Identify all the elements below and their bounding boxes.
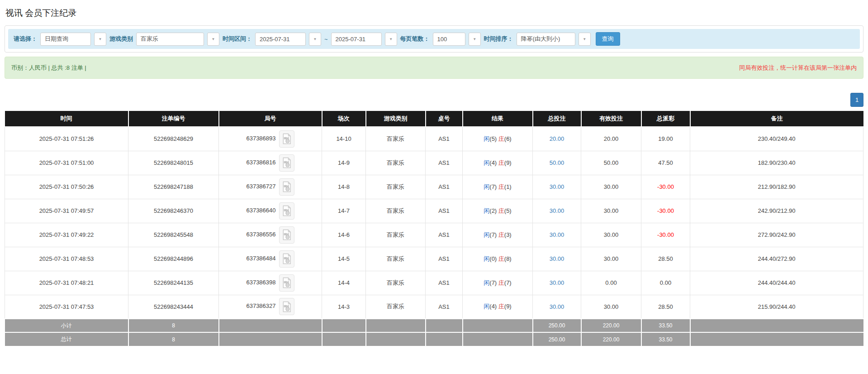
result-banker-label: 庄 — [498, 231, 504, 238]
total-bet-link[interactable]: 30.00 — [550, 255, 564, 262]
result-player-label: 闲 — [484, 183, 489, 190]
round-no-cell: 637386398 — [219, 271, 322, 295]
result-player-label: 闲 — [484, 207, 489, 214]
game-type-cell: 百家乐 — [366, 295, 426, 319]
round-no-value: 637386398 — [246, 279, 275, 286]
total-bet-cell: 30.00 — [533, 271, 581, 295]
time-range-label: 时间区间： — [223, 35, 252, 43]
total-bet-link[interactable]: 20.00 — [550, 135, 564, 142]
result-banker-score: (6) — [504, 135, 512, 142]
subtotal-valid-bet: 220.00 — [581, 319, 641, 332]
video-replay-button[interactable] — [279, 274, 294, 292]
time-cell: 2025-07-31 07:49:22 — [5, 223, 128, 247]
query-type-caret-button[interactable]: ▼ — [94, 33, 106, 46]
video-replay-button[interactable] — [279, 130, 294, 148]
result-banker-label: 庄 — [498, 303, 504, 310]
total-bet-link[interactable]: 30.00 — [550, 207, 564, 214]
result-banker-label: 庄 — [498, 159, 504, 166]
session-cell: 14-7 — [322, 199, 366, 223]
result-banker-score: (9) — [504, 159, 512, 166]
subtotal-count: 8 — [128, 319, 219, 332]
date-from-caret-button[interactable]: ▼ — [309, 33, 321, 46]
subtotal-row: 小计 8 250.00 220.00 33.50 — [5, 319, 863, 332]
result-player-score: (7) — [489, 183, 497, 190]
game-type-cell: 百家乐 — [366, 199, 426, 223]
table-footer: 小计 8 250.00 220.00 33.50 总计 8 250.00 220… — [5, 319, 863, 346]
table-row: 2025-07-31 07:50:26 522698247188 6373867… — [5, 175, 863, 199]
result-cell: 闲(5) 庄(6) — [463, 127, 533, 151]
page-size-caret-button[interactable]: ▼ — [469, 33, 481, 46]
total-bet-link[interactable]: 30.00 — [550, 231, 564, 238]
table-no-cell: AS1 — [426, 151, 463, 175]
grand-total-payout: 33.50 — [641, 332, 690, 346]
header-game-type: 游戏类别 — [366, 111, 426, 127]
bet-no-cell: 522698243444 — [128, 295, 219, 319]
page-1-button[interactable]: 1 — [850, 93, 863, 107]
total-bet-cell: 20.00 — [533, 127, 581, 151]
video-replay-button[interactable] — [279, 178, 294, 196]
valid-bet-cell: 30.00 — [581, 175, 641, 199]
caret-down-icon: ▼ — [473, 37, 476, 41]
table-no-cell: AS1 — [426, 223, 463, 247]
search-button[interactable]: 查询 — [596, 32, 620, 46]
video-file-icon — [282, 205, 291, 216]
result-player-label: 闲 — [484, 135, 489, 142]
date-to-caret-button[interactable]: ▼ — [385, 33, 397, 46]
note-cell: 212.90/182.90 — [690, 175, 863, 199]
summary-bar: 币别：人民币 | 总共 :8 注单 | 同局有效投注，统一计算在该局第一张注单内 — [5, 57, 863, 79]
video-replay-button[interactable] — [279, 298, 294, 315]
game-type-label: 游戏类别 — [109, 35, 133, 43]
video-file-icon — [282, 157, 291, 168]
total-bet-link[interactable]: 50.00 — [550, 159, 564, 166]
query-type-select[interactable]: 日期查询 — [40, 33, 91, 46]
valid-bet-cell: 30.00 — [581, 223, 641, 247]
page-size-select[interactable]: 100 — [433, 33, 465, 46]
pagination: 1 — [5, 93, 863, 107]
result-cell: 闲(7) 庄(7) — [463, 271, 533, 295]
video-replay-button[interactable] — [279, 226, 294, 244]
subtotal-total-bet: 250.00 — [533, 319, 581, 332]
video-replay-button[interactable] — [279, 250, 294, 268]
time-cell: 2025-07-31 07:50:26 — [5, 175, 128, 199]
date-to-select[interactable]: 2025-07-31 — [331, 33, 382, 46]
round-no-value: 637386556 — [246, 231, 275, 238]
payout-cell: -30.00 — [641, 199, 690, 223]
time-sort-select[interactable]: 降幂(由大到小) — [517, 33, 575, 46]
header-note: 备注 — [690, 111, 863, 127]
game-type-caret-button[interactable]: ▼ — [207, 33, 219, 46]
game-type-cell: 百家乐 — [366, 247, 426, 271]
total-bet-link[interactable]: 30.00 — [550, 279, 564, 286]
round-no-value: 637386727 — [246, 183, 275, 190]
caret-down-icon: ▼ — [389, 37, 393, 41]
date-from-select[interactable]: 2025-07-31 — [255, 33, 306, 46]
valid-bet-cell: 30.00 — [581, 199, 641, 223]
time-sort-caret-button[interactable]: ▼ — [579, 33, 591, 46]
valid-bet-cell: 30.00 — [581, 295, 641, 319]
result-player-score: (7) — [489, 279, 497, 286]
payout-cell: -30.00 — [641, 175, 690, 199]
grand-total-count: 8 — [128, 332, 219, 346]
round-no-value: 637386893 — [246, 135, 275, 142]
table-row: 2025-07-31 07:51:00 522698248015 6373868… — [5, 151, 863, 175]
video-replay-button[interactable] — [279, 154, 294, 172]
grand-total-total-bet: 250.00 — [533, 332, 581, 346]
video-file-icon — [282, 253, 291, 264]
video-file-icon — [282, 229, 291, 240]
result-banker-label: 庄 — [498, 183, 504, 190]
filter-panel: 请选择： 日期查询 ▼ 游戏类别 百家乐 ▼ 时间区间： 2025-07-31 … — [5, 25, 863, 53]
result-banker-label: 庄 — [498, 207, 504, 214]
total-bet-link[interactable]: 30.00 — [550, 183, 564, 190]
result-cell: 闲(2) 庄(5) — [463, 199, 533, 223]
total-bet-link[interactable]: 30.00 — [550, 303, 564, 310]
video-replay-button[interactable] — [279, 202, 294, 220]
result-banker-label: 庄 — [498, 135, 504, 142]
total-bet-cell: 30.00 — [533, 223, 581, 247]
result-banker-score: (9) — [504, 303, 512, 310]
payout-cell: -30.00 — [641, 223, 690, 247]
table-no-cell: AS1 — [426, 271, 463, 295]
round-no-cell: 637386556 — [219, 223, 322, 247]
result-cell: 闲(0) 庄(8) — [463, 247, 533, 271]
game-type-select[interactable]: 百家乐 — [136, 33, 204, 46]
summary-currency-total: 币别：人民币 | 总共 :8 注单 | — [11, 64, 86, 72]
header-session: 场次 — [322, 111, 366, 127]
